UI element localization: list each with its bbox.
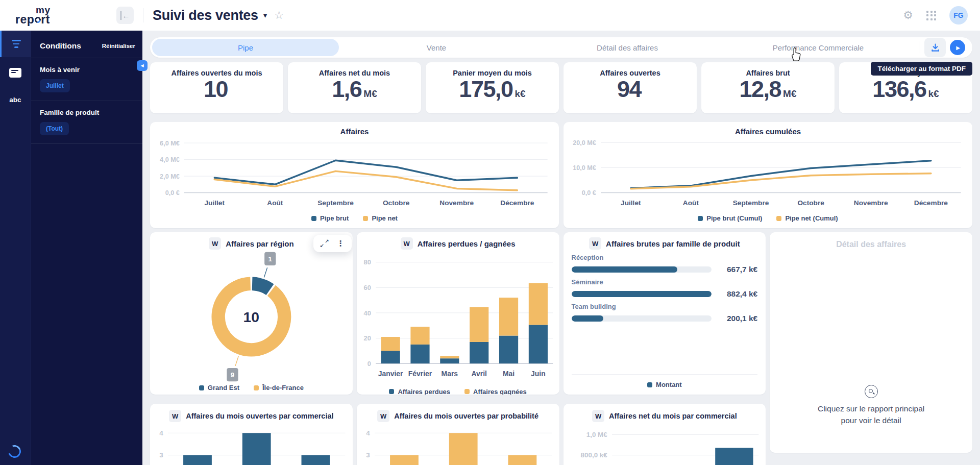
myreport-w-icon: W: [169, 410, 181, 422]
svg-text:4: 4: [366, 429, 370, 437]
kpi-unit: M€: [363, 88, 377, 100]
legend-marker: [698, 216, 703, 221]
svg-text:Juin: Juin: [531, 370, 546, 378]
product-family-row: Séminaire882,4 k€: [572, 278, 758, 299]
expand-icon[interactable]: ↗↙: [321, 239, 329, 248]
donut-chart-region[interactable]: 1910: [150, 251, 353, 383]
condition-chip-family[interactable]: (Tout): [40, 122, 69, 135]
apps-grid-icon[interactable]: [926, 11, 936, 20]
page-title: Suivi des ventes: [153, 8, 258, 23]
chart-card-famille-produit[interactable]: W Affaires brutes par famille de produit…: [564, 232, 766, 395]
svg-text:800,0 k€: 800,0 k€: [580, 451, 607, 459]
legend-marker: [776, 216, 781, 221]
legend-marker: [311, 216, 316, 221]
collapse-left-icon: ←: [120, 11, 130, 20]
line-chart-affaires-cumulees[interactable]: 20,0 M€10,0 M€0,0 €JuilletAoûtSeptembreO…: [564, 136, 972, 213]
user-avatar[interactable]: FG: [949, 6, 968, 25]
condition-chip-month[interactable]: Juillet: [40, 79, 70, 92]
myreport-w-icon: W: [377, 410, 389, 422]
detail-affaires-card[interactable]: Détail des affaires Cliquez sur le rappo…: [770, 232, 972, 453]
panel-collapse-button[interactable]: ◀: [137, 60, 148, 71]
legend-marker: [363, 216, 368, 221]
svg-text:Août: Août: [267, 199, 283, 207]
chart-card-mois-probabilite[interactable]: W Affaires du mois ouvertes par probabil…: [357, 404, 559, 465]
kpi-card[interactable]: Affaires ouvertes 94: [564, 62, 697, 113]
chart-card-net-commercial[interactable]: W Affaires net du mois par commercial 1,…: [564, 404, 766, 465]
detail-card-message: Cliquez sur le rapport principal pour vo…: [770, 385, 972, 426]
chart-legend: Grand EstÎle-de-France: [150, 384, 353, 391]
myreport-logo: my reprt: [0, 6, 116, 26]
kpi-value: 10: [204, 76, 228, 103]
chart-title: Affaires du mois ouvertes par probabilit…: [394, 412, 538, 420]
kpi-row: Affaires ouvertes du mois 10 Affaires ne…: [150, 62, 972, 113]
rail-item-filters[interactable]: [0, 31, 31, 57]
tab-vente[interactable]: Vente: [343, 39, 530, 56]
bar-chart-mois-commercial[interactable]: 43: [150, 423, 353, 465]
bar-chart-net-commercial[interactable]: 1,0 M€800,0 k€: [564, 423, 766, 465]
product-family-row: Réception667,7 k€: [572, 254, 758, 274]
favorite-star-icon[interactable]: ☆: [274, 9, 284, 21]
kebab-menu-icon[interactable]: ⋮: [337, 239, 345, 248]
legend-item: Île-de-France: [254, 384, 304, 391]
kpi-unit: k€: [928, 88, 939, 100]
svg-text:Juillet: Juillet: [621, 199, 641, 207]
conditions-panel: Conditions Réinitialiser Mois à venir Ju…: [31, 31, 142, 465]
settings-gear-icon[interactable]: ⚙: [903, 9, 913, 22]
kpi-card[interactable]: Affaires ouvertes du mois 10: [150, 62, 283, 113]
svg-text:3: 3: [366, 451, 370, 459]
svg-text:Novembre: Novembre: [854, 199, 888, 207]
chart-card-affaires-cumulees[interactable]: Affaires cumulées 20,0 M€10,0 M€0,0 €Jui…: [564, 122, 972, 228]
svg-text:Septembre: Septembre: [733, 199, 769, 207]
svg-text:4,0 M€: 4,0 M€: [160, 156, 180, 163]
chart-card-affaires[interactable]: Affaires 6,0 M€4,0 M€2,0 M€0,0 €JuilletA…: [150, 122, 559, 228]
svg-text:Juillet: Juillet: [204, 199, 225, 207]
chart-legend: Pipe brut (Cumul)Pipe net (Cumul): [564, 214, 972, 222]
svg-text:10: 10: [243, 309, 260, 325]
hbar-chart-famille[interactable]: Réception667,7 k€Séminaire882,4 k€Team b…: [572, 254, 758, 323]
play-button[interactable]: ▶: [950, 40, 965, 55]
svg-text:80: 80: [363, 258, 371, 266]
chart-title: Affaires cumulées: [564, 127, 972, 136]
collapse-sidebar-button[interactable]: ←: [116, 7, 134, 24]
filter-icon: [12, 40, 21, 48]
chart-card-mois-commercial[interactable]: W Affaires du mois ouvertes par commerci…: [150, 404, 353, 465]
line-chart-affaires[interactable]: 6,0 M€4,0 M€2,0 M€0,0 €JuilletAoûtSeptem…: [150, 136, 559, 213]
chart-title: Affaires par région: [226, 239, 293, 248]
stacked-bar-chart[interactable]: 806040200JanvierFévrierMarsAvrilMaiJuin: [357, 251, 559, 387]
svg-text:1: 1: [268, 255, 272, 263]
chevron-down-icon[interactable]: ▾: [263, 11, 267, 20]
svg-text:Octobre: Octobre: [383, 199, 410, 207]
chart-card-perdues-gagnees[interactable]: W Affaires perdues / gagnées 806040200Ja…: [357, 232, 559, 395]
svg-text:6,0 M€: 6,0 M€: [160, 140, 180, 147]
download-pdf-button[interactable]: [924, 38, 946, 57]
svg-text:Novembre: Novembre: [439, 199, 474, 207]
legend-marker: [199, 385, 204, 390]
tab-pipe[interactable]: Pipe: [152, 39, 339, 56]
rail-item-abc[interactable]: abc: [0, 88, 31, 111]
kpi-card[interactable]: Affaires net du mois 1,6M€: [288, 62, 421, 113]
legend-item: Pipe net (Cumul): [776, 214, 838, 222]
kpi-card[interactable]: Panier moyen du mois 175,0k€: [426, 62, 559, 113]
download-icon: [930, 42, 941, 53]
bar-chart-mois-probabilite[interactable]: 43: [357, 423, 559, 465]
kpi-unit: M€: [783, 88, 796, 100]
chart-card-region[interactable]: W Affaires par région ↗↙ ⋮ 1910 Grand Es…: [150, 232, 353, 395]
myreport-w-icon: W: [589, 237, 601, 250]
magnifier-circle-icon: [865, 385, 878, 398]
rail-item-reports[interactable]: [0, 57, 31, 88]
svg-text:3: 3: [159, 451, 163, 459]
chart-title: Affaires brutes par famille de produit: [606, 239, 740, 248]
chart-legend: Montant: [572, 381, 758, 388]
svg-text:Décembre: Décembre: [914, 199, 948, 207]
kpi-card[interactable]: Affaires brut 12,8M€: [701, 62, 835, 113]
kpi-value: 175,0: [459, 76, 512, 103]
reset-conditions-link[interactable]: Réinitialiser: [102, 43, 135, 49]
tab-detail-affaires[interactable]: Détail des affaires: [534, 39, 721, 56]
tab-performance[interactable]: Performance Commerciale: [725, 39, 912, 56]
legend-marker: [254, 385, 259, 390]
chart-title: Affaires perdues / gagnées: [418, 239, 516, 248]
myreport-w-icon: W: [592, 410, 604, 422]
svg-text:10,0 M€: 10,0 M€: [573, 164, 596, 172]
svg-text:Octobre: Octobre: [797, 199, 824, 207]
condition-section-family: Famille de produit (Tout): [31, 101, 142, 143]
